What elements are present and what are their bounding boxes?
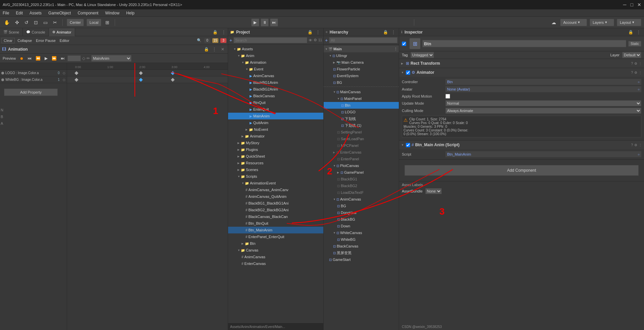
- tab-animator[interactable]: ⚙ Animator: [49, 28, 75, 36]
- tree-item-blackcanvas[interactable]: ▶ BlackCanvas: [228, 93, 323, 99]
- static-button[interactable]: Static: [628, 41, 641, 47]
- tree-item-blackcanvas-go[interactable]: ⊡ BlackCanvas: [324, 243, 399, 250]
- tree-item-uiimgr[interactable]: ▼ ⊡ UIImgr: [324, 52, 399, 59]
- rect-transform-settings[interactable]: ⚙: [634, 62, 637, 65]
- tree-item-whitebg[interactable]: ⊡ WhiteBG: [324, 236, 399, 243]
- tree-item-gamepanel[interactable]: ▶ ⊡ GamePanel: [324, 169, 399, 176]
- tree-item-animcanvas-quitanim[interactable]: # AnimCanvas_QuitAnim: [228, 193, 323, 200]
- tab-scene[interactable]: 🎬 Scene: [0, 28, 23, 36]
- close-button[interactable]: ✕: [637, 2, 641, 7]
- project-add-button[interactable]: +: [229, 38, 232, 43]
- tree-item-btn-mainanim[interactable]: # Btn_MainAnim: [228, 227, 323, 233]
- prop-add-keyframe-icon[interactable]: ◇: [63, 71, 65, 75]
- frame-number-input[interactable]: 0: [67, 55, 81, 61]
- object-name-field[interactable]: [422, 40, 626, 47]
- tree-item-animcanvas-go[interactable]: ▼ ⊡ AnimCanvas: [324, 196, 399, 203]
- clear-button[interactable]: Clear: [1, 38, 15, 43]
- animator-menu[interactable]: ⋮: [639, 71, 642, 74]
- script-settings[interactable]: ⚙: [634, 143, 637, 147]
- tree-item-quitanim[interactable]: ▶ QuitAnim: [228, 119, 323, 126]
- tree-item-canvas-animcanvas[interactable]: # AnimCanvas: [228, 254, 323, 260]
- anim-next-icon[interactable]: ⏩: [50, 55, 58, 61]
- menu-help[interactable]: Help: [125, 11, 136, 15]
- anim-prev-icon[interactable]: ⏪: [34, 55, 42, 61]
- tree-item-donghua[interactable]: ⊡ DongHua: [324, 209, 399, 216]
- avatar-link[interactable]: None (Avatar) ○: [445, 86, 641, 92]
- culling-mode-select[interactable]: Always Animate: [445, 108, 641, 114]
- anim-close-icon[interactable]: ✕: [220, 47, 226, 52]
- tree-item-flowerparticle[interactable]: ⊡ FlowerParticle: [324, 66, 399, 72]
- keyframe-logo-3[interactable]: [171, 71, 175, 75]
- tree-item-noevent[interactable]: ▶ 📁 NoEvent: [228, 126, 323, 133]
- add-component-button[interactable]: Add Component: [405, 165, 639, 176]
- update-mode-select[interactable]: Normal: [445, 100, 641, 106]
- tree-item-btn[interactable]: ⊡ Btn: [324, 102, 399, 109]
- tree-item-animator-folder[interactable]: ▶ 📁 Animator: [228, 133, 323, 140]
- preview-button[interactable]: Preview: [1, 56, 17, 61]
- move-tool-icon[interactable]: ✜: [14, 19, 20, 26]
- tree-item-canvas-entercanvas[interactable]: # EnterCanvas: [228, 260, 323, 267]
- tree-item-heipingbianhei[interactable]: ⊡ 黑屏变黑: [324, 250, 399, 256]
- project-menu-icon[interactable]: ⋮: [315, 30, 321, 35]
- tree-item-underline1[interactable]: ⊡ 下划线: [324, 115, 399, 122]
- tree-item-anim[interactable]: ▼ 📁 Anim: [228, 52, 323, 59]
- tree-item-enterpanel[interactable]: ⊡ EnterPanel: [324, 156, 399, 162]
- tree-item-btn-folder[interactable]: ▶ 📁 Btn: [228, 240, 323, 247]
- rect-transform-header[interactable]: ▶ ⊞ Rect Transform ? ⚙ ⋮: [399, 59, 644, 68]
- layers-dropdown[interactable]: Layers ▾: [590, 19, 614, 26]
- scene-header[interactable]: ▼ 🎬 Main ⋮: [324, 46, 399, 52]
- scale-tool-icon[interactable]: ⊡: [33, 19, 39, 26]
- preview-record-icon[interactable]: ⏺: [18, 56, 25, 61]
- tree-item-blackbg2[interactable]: ⊡ BlackBG2: [324, 182, 399, 189]
- tree-item-underline2[interactable]: ⊡ 下划线 (1): [324, 122, 399, 129]
- project-filter-icon[interactable]: ⚙: [314, 38, 317, 42]
- tree-item-entercanvas[interactable]: ▶ ⊡ EnterCanvas: [324, 149, 399, 156]
- tree-item-loaddia[interactable]: ⊡ LoadDiaTextF: [324, 189, 399, 196]
- inspector-menu-icon[interactable]: ⋮: [635, 30, 642, 35]
- animator-help[interactable]: ?: [631, 71, 633, 74]
- layer-select[interactable]: Default: [622, 52, 641, 58]
- error-pause-btn[interactable]: Error Pause: [35, 39, 57, 43]
- tree-item-saveloadpan[interactable]: ⊡ SaveLoadPan: [324, 135, 399, 142]
- tree-item-blackbg-anim[interactable]: ⊡ BlackBG: [324, 216, 399, 223]
- controller-link[interactable]: Btn ○: [445, 79, 641, 85]
- tree-item-resources[interactable]: ▶ 📁 Resources: [228, 160, 323, 166]
- tree-item-mystory[interactable]: ▶ 📁 MyStory: [228, 140, 323, 146]
- tree-item-blackbg1[interactable]: ⊡ BlackBG1: [324, 176, 399, 182]
- tree-item-animationevent[interactable]: ▼ 📁 AnimationEvent: [228, 180, 323, 186]
- menu-component[interactable]: Component: [76, 11, 100, 15]
- tree-item-blackbg1-script[interactable]: # BlackBG1_BlackBG1Ani: [228, 200, 323, 207]
- step-button[interactable]: ⏭: [270, 18, 278, 26]
- menu-gameobject[interactable]: GameObject: [47, 11, 72, 15]
- tree-item-logo[interactable]: ⊡ LOGO: [324, 109, 399, 115]
- tree-item-maincanvas[interactable]: ▼ ⊡ MainCanvas: [324, 89, 399, 95]
- tree-item-btnquit[interactable]: ▶ BtnQuit: [228, 99, 323, 106]
- tree-item-enterpanel-enterquit[interactable]: # EnterPanel_EnterQuit: [228, 233, 323, 240]
- tree-item-mpcpanel[interactable]: ⊡ MPCPanel: [324, 142, 399, 149]
- anim-last-icon[interactable]: ⏭: [59, 55, 66, 61]
- rotate-tool-icon[interactable]: ↺: [23, 19, 30, 26]
- tree-item-bg-anim[interactable]: ⊡ BG: [324, 203, 399, 209]
- play-button[interactable]: ▶: [251, 18, 259, 26]
- keyframe-logo-1[interactable]: [74, 71, 78, 75]
- btn-main-anim-header[interactable]: ▼ # Btn_Main Anim (Script) ? ⚙ ⋮: [399, 141, 644, 149]
- tree-item-blackbg1anim[interactable]: ▶ BlackBG1Anim: [228, 79, 323, 86]
- local-button[interactable]: Local: [87, 19, 101, 26]
- transform-tool-icon[interactable]: ✂: [52, 19, 58, 26]
- tree-item-scenes[interactable]: ▶ 📁 Scenes: [228, 166, 323, 173]
- tree-item-event[interactable]: ▼ 📁 Event: [228, 66, 323, 72]
- root-motion-checkbox[interactable]: [445, 94, 450, 99]
- tree-item-animation[interactable]: ▼ 📁 Animation: [228, 59, 323, 66]
- script-menu[interactable]: ⋮: [639, 143, 642, 147]
- tree-item-animcanvas-animcanv[interactable]: # AnimCanvas_AnimCanv: [228, 186, 323, 193]
- grid-tool-icon[interactable]: ⊞: [104, 19, 111, 26]
- anim-play-icon[interactable]: ▶: [43, 55, 49, 61]
- maximize-button[interactable]: □: [631, 2, 633, 7]
- pause-button[interactable]: ⏸: [261, 18, 269, 26]
- anim-menu-icon[interactable]: ⋮: [211, 47, 218, 52]
- animator-settings[interactable]: ⚙: [634, 71, 637, 74]
- rect-tool-icon[interactable]: ▭: [42, 19, 49, 26]
- scene-menu-icon[interactable]: ⋮: [394, 47, 397, 51]
- tree-item-settingpanel[interactable]: ⊡ SettingPanel: [324, 129, 399, 135]
- tree-item-maincamera[interactable]: ▶ 📷 Main Camera: [324, 59, 399, 66]
